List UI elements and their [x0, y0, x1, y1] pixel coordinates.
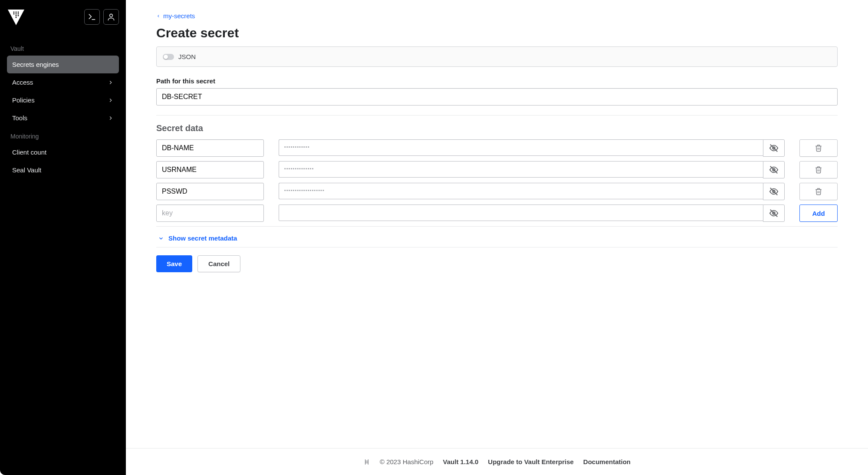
main: my-secrets Create secret JSON Path for t…: [126, 0, 868, 475]
chevron-right-icon: [108, 115, 114, 121]
sidebar-item-tools[interactable]: Tools: [7, 109, 119, 127]
sidebar-section-monitoring: Monitoring: [10, 133, 115, 140]
cancel-button[interactable]: Cancel: [197, 255, 240, 272]
secret-value-input[interactable]: ▪▪▪▪▪▪▪▪▪▪▪▪▪▪: [279, 161, 763, 178]
json-toggle[interactable]: [163, 54, 174, 60]
sidebar-item-seal-vault[interactable]: Seal Vault: [7, 161, 119, 179]
footer-version: Vault 1.14.0: [443, 458, 479, 465]
secret-key-input[interactable]: [156, 183, 264, 200]
trash-icon: [815, 188, 822, 195]
sidebar: Vault Secrets engines Access Policies To…: [0, 0, 126, 475]
show-metadata-toggle[interactable]: Show secret metadata: [156, 227, 838, 247]
footer-upgrade-link[interactable]: Upgrade to Vault Enterprise: [488, 458, 574, 465]
secret-key-input[interactable]: [156, 139, 264, 157]
trash-icon: [815, 144, 822, 152]
secret-row: ▪▪▪▪▪▪▪▪▪▪▪▪▪▪: [156, 161, 838, 178]
svg-point-5: [16, 13, 17, 15]
divider: [156, 247, 838, 247]
sidebar-item-secrets-engines[interactable]: Secrets engines: [7, 56, 119, 73]
secret-row: ▪▪▪▪▪▪▪▪▪▪▪▪: [156, 139, 838, 157]
eye-off-icon: [769, 143, 779, 153]
secret-value-input[interactable]: ▪▪▪▪▪▪▪▪▪▪▪▪▪▪▪▪▪▪▪: [279, 183, 763, 199]
chevron-left-icon: [156, 13, 161, 19]
eye-off-icon: [769, 165, 779, 175]
save-button[interactable]: Save: [156, 255, 192, 272]
sidebar-item-label: Secrets engines: [12, 61, 59, 68]
breadcrumb-label: my-secrets: [163, 12, 195, 20]
show-metadata-label: Show secret metadata: [168, 234, 237, 242]
add-row-label: Add: [812, 210, 825, 217]
terminal-button[interactable]: [84, 9, 100, 25]
eye-off-icon: [769, 208, 779, 218]
json-toggle-label: JSON: [178, 53, 196, 60]
json-toggle-box: JSON: [156, 46, 838, 67]
sidebar-section-vault: Vault: [10, 45, 115, 52]
delete-row-button[interactable]: [799, 161, 838, 178]
secret-data-heading: Secret data: [156, 123, 838, 133]
delete-row-button[interactable]: [799, 139, 838, 157]
eye-off-icon: [769, 187, 779, 196]
reveal-button[interactable]: [763, 139, 785, 157]
svg-point-1: [13, 12, 15, 13]
reveal-button[interactable]: [763, 205, 785, 222]
sidebar-item-label: Client count: [12, 148, 46, 156]
delete-row-button[interactable]: [799, 183, 838, 200]
svg-point-7: [16, 15, 17, 16]
path-input[interactable]: [156, 88, 838, 106]
sidebar-item-label: Policies: [12, 96, 35, 104]
divider: [156, 115, 838, 115]
chevron-right-icon: [108, 97, 114, 103]
actions: Save Cancel: [156, 255, 838, 272]
reveal-button[interactable]: [763, 183, 785, 200]
chevron-right-icon: [108, 79, 114, 86]
sidebar-item-policies[interactable]: Policies: [7, 91, 119, 109]
trash-icon: [815, 166, 822, 174]
svg-point-11: [110, 14, 113, 17]
content: my-secrets Create secret JSON Path for t…: [126, 0, 868, 448]
footer-docs-link[interactable]: Documentation: [583, 458, 631, 465]
sidebar-item-access[interactable]: Access: [7, 73, 119, 91]
secret-value-input[interactable]: ▪▪▪▪▪▪▪▪▪▪▪▪: [279, 139, 763, 156]
chevron-down-icon: [158, 235, 164, 241]
add-row-button[interactable]: Add: [799, 205, 838, 222]
reveal-button[interactable]: [763, 161, 785, 178]
secret-key-input-new[interactable]: [156, 205, 264, 222]
sidebar-header: [7, 8, 119, 26]
path-label: Path for this secret: [156, 77, 838, 85]
sidebar-item-client-count[interactable]: Client count: [7, 143, 119, 161]
secret-row: ▪▪▪▪▪▪▪▪▪▪▪▪▪▪▪▪▪▪▪: [156, 183, 838, 200]
footer: © 2023 HashiCorp Vault 1.14.0 Upgrade to…: [126, 448, 868, 475]
user-menu-button[interactable]: [103, 9, 119, 25]
page-title: Create secret: [156, 26, 838, 40]
svg-point-2: [16, 12, 17, 13]
sidebar-item-label: Access: [12, 79, 33, 86]
svg-point-8: [18, 15, 19, 16]
svg-point-6: [18, 13, 19, 15]
breadcrumb[interactable]: my-secrets: [156, 12, 838, 20]
sidebar-item-label: Tools: [12, 114, 27, 122]
svg-point-3: [18, 12, 19, 13]
hashicorp-logo-icon: [363, 459, 370, 465]
footer-copyright: © 2023 HashiCorp: [380, 458, 434, 465]
secret-key-input[interactable]: [156, 161, 264, 178]
svg-point-4: [13, 13, 15, 15]
vault-logo: [7, 8, 25, 26]
secret-row-new: Add: [156, 205, 838, 222]
svg-point-9: [16, 17, 17, 18]
secret-value-input-new[interactable]: [279, 205, 763, 221]
sidebar-item-label: Seal Vault: [12, 166, 41, 174]
